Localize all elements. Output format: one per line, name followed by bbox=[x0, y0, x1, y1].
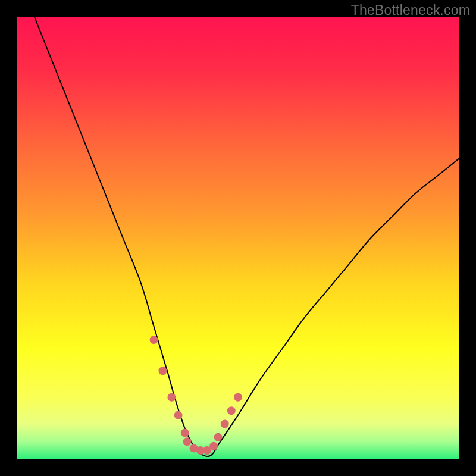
highlight-dot bbox=[183, 437, 191, 446]
highlight-dot bbox=[209, 442, 218, 450]
bottleneck-chart bbox=[17, 17, 459, 459]
highlight-dot bbox=[234, 393, 242, 402]
highlight-dot bbox=[214, 433, 223, 441]
highlight-dot bbox=[227, 406, 236, 415]
highlight-dot bbox=[150, 336, 158, 344]
chart-svg bbox=[17, 17, 459, 459]
highlight-dot bbox=[174, 411, 183, 419]
highlight-dot bbox=[167, 393, 176, 402]
highlight-dot bbox=[181, 428, 189, 437]
highlight-dot bbox=[221, 420, 229, 428]
highlight-dot bbox=[159, 367, 167, 375]
watermark-text: TheBottleneck.com bbox=[351, 2, 470, 18]
gradient-background bbox=[17, 17, 459, 459]
